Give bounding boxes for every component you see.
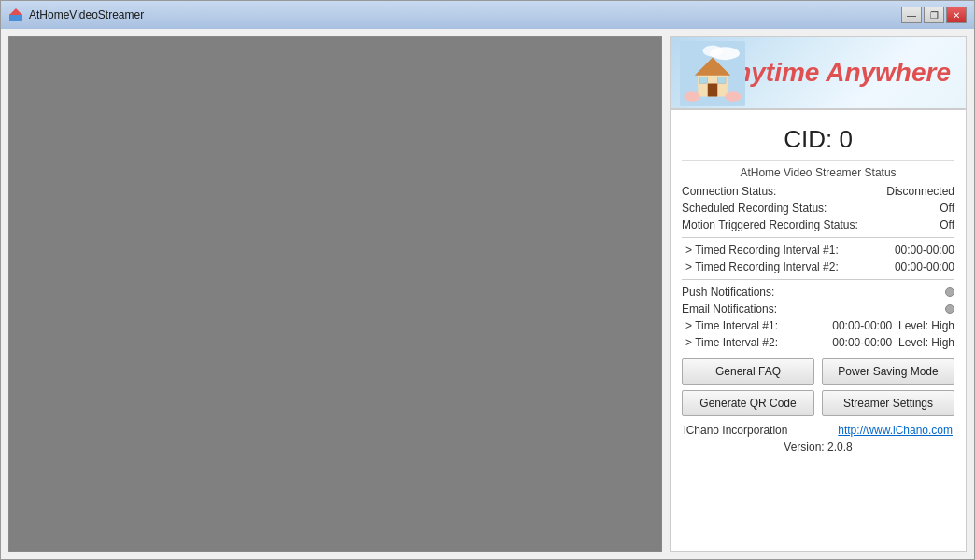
motion-value: Off — [940, 218, 954, 231]
footer-row: iChano Incorporation http://www.iChano.c… — [682, 420, 954, 439]
banner: Anytime Anywhere — [670, 36, 967, 109]
timed1-row: > Timed Recording Interval #1: 00:00-00:… — [682, 242, 954, 259]
time-interval1-label: > Time Interval #1: — [685, 319, 778, 332]
svg-point-11 — [725, 91, 742, 102]
connection-value: Disconnected — [886, 185, 954, 198]
timed1-value: 00:00-00:00 — [895, 244, 954, 257]
status-panel: CID: 0 AtHome Video Streamer Status Conn… — [670, 109, 967, 552]
push-led — [945, 287, 954, 297]
status-title: AtHome Video Streamer Status — [682, 166, 954, 179]
power-saving-button[interactable]: Power Saving Mode — [822, 358, 954, 385]
titlebar: AtHomeVideoStreamer — ❐ ✕ — [1, 1, 974, 29]
app-window: AtHomeVideoStreamer — ❐ ✕ — [0, 0, 975, 560]
minimize-button[interactable]: — — [901, 7, 922, 23]
motion-label: Motion Triggered Recording Status: — [682, 218, 858, 231]
time-interval1-value: 00:00-00:00 Level: High — [832, 319, 954, 332]
generate-qr-button[interactable]: Generate QR Code — [682, 390, 814, 416]
svg-point-4 — [703, 45, 723, 56]
house-svg — [680, 41, 745, 106]
streamer-settings-button[interactable]: Streamer Settings — [822, 390, 954, 416]
titlebar-left: AtHomeVideoStreamer — [8, 7, 144, 22]
svg-rect-9 — [717, 77, 726, 84]
buttons-area: General FAQ Power Saving Mode Generate Q… — [682, 351, 954, 420]
time-interval2-label: > Time Interval #2: — [685, 336, 778, 349]
company-name: iChano Incorporation — [684, 424, 787, 437]
connection-label: Connection Status: — [682, 185, 776, 198]
svg-rect-8 — [699, 77, 708, 84]
banner-house-icon — [671, 37, 755, 109]
app-icon — [8, 7, 23, 22]
time-interval2-row: > Time Interval #2: 00:00-00:00 Level: H… — [682, 334, 954, 351]
divider-1 — [682, 237, 954, 238]
motion-status-row: Motion Triggered Recording Status: Off — [682, 217, 954, 233]
titlebar-buttons: — ❐ ✕ — [901, 7, 967, 23]
version-text: Version: 2.0.8 — [784, 441, 852, 454]
email-label: Email Notifications: — [682, 302, 777, 315]
timed2-row: > Timed Recording Interval #2: 00:00-00:… — [682, 259, 954, 275]
svg-rect-0 — [9, 14, 22, 21]
timed2-value: 00:00-00:00 — [895, 260, 954, 273]
company-link[interactable]: http://www.iChano.com — [838, 424, 953, 437]
push-label: Push Notifications: — [682, 286, 774, 299]
cid-display: CID: 0 — [682, 118, 954, 161]
main-content: Anytime Anywhere CID: 0 AtHome Video Str… — [1, 29, 974, 559]
button-row-1: General FAQ Power Saving Mode — [682, 358, 954, 385]
button-row-2: Generate QR Code Streamer Settings — [682, 390, 954, 416]
svg-point-10 — [684, 91, 700, 102]
time-interval2-value: 00:00-00:00 Level: High — [832, 336, 954, 349]
window-title: AtHomeVideoStreamer — [29, 8, 144, 21]
scheduled-status-row: Scheduled Recording Status: Off — [682, 200, 954, 217]
connection-status-row: Connection Status: Disconnected — [682, 183, 954, 200]
restore-button[interactable]: ❐ — [924, 7, 944, 23]
svg-marker-1 — [9, 8, 22, 15]
svg-rect-7 — [708, 84, 718, 97]
scheduled-value: Off — [940, 202, 954, 215]
time-interval1-row: > Time Interval #1: 00:00-00:00 Level: H… — [682, 317, 954, 334]
scheduled-label: Scheduled Recording Status: — [682, 202, 827, 215]
email-led — [945, 304, 954, 314]
timed1-label: > Timed Recording Interval #1: — [685, 244, 839, 257]
divider-2 — [682, 279, 954, 280]
timed2-label: > Timed Recording Interval #2: — [685, 260, 839, 273]
push-row: Push Notifications: — [682, 284, 954, 301]
right-panel: Anytime Anywhere CID: 0 AtHome Video Str… — [670, 36, 967, 552]
close-button[interactable]: ✕ — [946, 7, 967, 23]
video-panel — [8, 36, 662, 552]
email-row: Email Notifications: — [682, 301, 954, 317]
version-row: Version: 2.0.8 — [682, 439, 954, 455]
general-faq-button[interactable]: General FAQ — [682, 358, 814, 385]
